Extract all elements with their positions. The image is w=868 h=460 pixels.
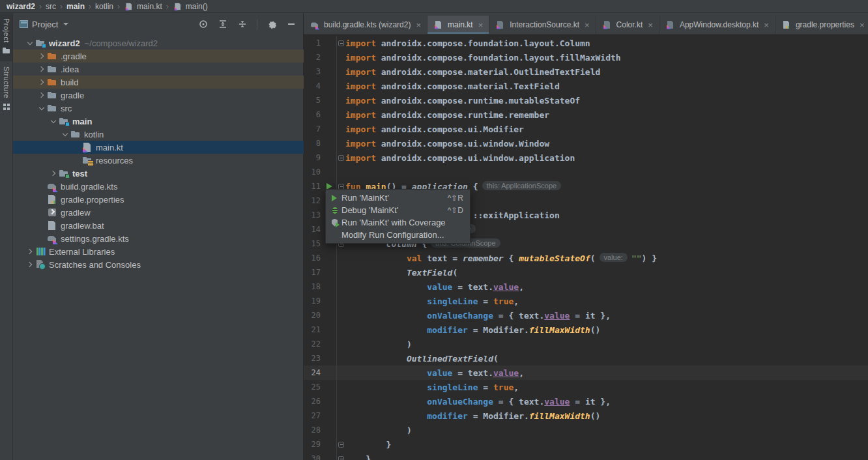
fold-marker-icon[interactable] xyxy=(338,155,344,161)
tree-item-settings-gradle-kts[interactable]: settings.gradle.kts xyxy=(13,232,304,245)
tree-item-main-kt[interactable]: main.kt xyxy=(13,141,304,154)
code-line-25[interactable]: 25 singleLine = true, xyxy=(304,380,868,394)
expand-all-icon[interactable] xyxy=(218,19,228,29)
code-line-23[interactable]: 23 OutlinedTextField( xyxy=(304,351,868,366)
tab-appwindow-desktop-kt[interactable]: AppWindow.desktop.kt× xyxy=(659,16,775,34)
locate-icon[interactable] xyxy=(198,19,209,29)
expander-open-icon[interactable] xyxy=(25,38,35,48)
tree-item-gradle[interactable]: .gradle xyxy=(13,50,304,63)
fold-marker-icon[interactable] xyxy=(338,40,344,46)
fold-marker-icon[interactable] xyxy=(338,442,344,448)
tree-item-build[interactable]: build xyxy=(13,76,304,89)
close-icon[interactable]: × xyxy=(648,20,653,30)
code-line-28[interactable]: 28 ) xyxy=(304,423,868,437)
tree-item-gradlew-bat[interactable]: gradlew.bat xyxy=(13,219,304,232)
tree-item-external-libraries[interactable]: External Libraries xyxy=(13,245,304,258)
expander-closed-icon[interactable] xyxy=(36,77,47,87)
breadcrumb-item-wizard2[interactable]: wizard2 xyxy=(7,2,35,11)
menu-item-modify-run-configuration[interactable]: Modify Run Configuration... xyxy=(326,229,470,241)
close-icon[interactable]: × xyxy=(478,20,484,30)
code-line-21[interactable]: 21 modifier = Modifier.fillMaxWidth() xyxy=(304,323,868,337)
tab-build-gradle-kts-wizard2[interactable]: build.gradle.kts (wizard2)× xyxy=(304,16,427,34)
code-line-9[interactable]: 9import androidx.compose.ui.window.appli… xyxy=(304,151,868,165)
fold-column xyxy=(336,36,345,50)
close-icon[interactable]: × xyxy=(764,20,769,30)
tree-item-gradlew[interactable]: gradlew xyxy=(13,206,304,219)
code-line-18[interactable]: 18 value = text.value, xyxy=(304,280,868,294)
tab-gradle-properties[interactable]: gradle.properties× xyxy=(775,16,868,34)
code-line-2[interactable]: 2import androidx.compose.foundation.layo… xyxy=(304,50,868,65)
expander-closed-icon[interactable] xyxy=(36,51,47,61)
collapse-all-icon[interactable] xyxy=(237,19,248,29)
code-line-24[interactable]: 24 value = text.value, xyxy=(304,366,868,380)
breadcrumb-separator: › xyxy=(39,2,42,11)
breadcrumb-item-src[interactable]: src xyxy=(46,2,56,11)
code-line-20[interactable]: 20 onValueChange = { text.value = it }, xyxy=(304,308,868,323)
code-line-17[interactable]: 17 TextField( xyxy=(304,265,868,280)
code-line-3[interactable]: 3import androidx.compose.material.Outlin… xyxy=(304,65,868,79)
tab-main-kt[interactable]: main.kt× xyxy=(427,16,489,34)
settings-icon[interactable] xyxy=(267,19,277,29)
tree-item-main[interactable]: main xyxy=(13,115,304,128)
code-editor[interactable]: 1import androidx.compose.foundation.layo… xyxy=(304,36,868,460)
tree-item-resources[interactable]: resources xyxy=(13,154,304,167)
code-token: = { text. xyxy=(493,397,544,407)
close-icon[interactable]: × xyxy=(860,20,865,30)
code-line-26[interactable]: 26 onValueChange = { text.value = it }, xyxy=(304,394,868,409)
code-line-5[interactable]: 5import androidx.compose.runtime.mutable… xyxy=(304,93,868,108)
code-line-10[interactable]: 10 xyxy=(304,165,868,179)
tree-item-scratches-and-consoles[interactable]: Scratches and Consoles xyxy=(13,258,304,271)
code-line-29[interactable]: 29 } xyxy=(304,437,868,452)
tree-item-gradle[interactable]: gradle xyxy=(13,89,304,102)
close-icon[interactable]: × xyxy=(585,20,590,30)
tab-color-kt[interactable]: Color.kt× xyxy=(596,16,659,34)
code-line-8[interactable]: 8import androidx.compose.ui.window.Windo… xyxy=(304,136,868,151)
expander-closed-icon[interactable] xyxy=(48,168,59,179)
breadcrumb-item-main[interactable]: main() xyxy=(173,1,208,12)
expander-closed-icon[interactable] xyxy=(25,259,35,270)
gradle-elephant xyxy=(48,236,55,241)
expander-closed-icon[interactable] xyxy=(36,64,47,74)
code-token: = Modifier. xyxy=(468,411,529,421)
code-line-22[interactable]: 22 ) xyxy=(304,337,868,351)
code-text: value = text.value, xyxy=(345,368,524,378)
code-line-30[interactable]: 30 } xyxy=(304,452,868,460)
tree-item-wizard2[interactable]: wizard2~/compose/wizard2 xyxy=(13,36,304,50)
expander-open-icon[interactable] xyxy=(36,103,47,113)
tree-item-idea[interactable]: .idea xyxy=(13,63,304,76)
code-line-4[interactable]: 4import androidx.compose.material.TextFi… xyxy=(304,79,868,93)
tree-item-kotlin[interactable]: kotlin xyxy=(13,128,304,141)
code-line-7[interactable]: 7import androidx.compose.ui.Modifier xyxy=(304,122,868,136)
expander-closed-icon[interactable] xyxy=(25,246,35,257)
code-line-27[interactable]: 27 modifier = Modifier.fillMaxWidth() xyxy=(304,409,868,423)
breadcrumb-item-main[interactable]: main xyxy=(66,2,85,11)
code-line-19[interactable]: 19 singleLine = true, xyxy=(304,294,868,308)
line-number: 27 xyxy=(304,411,322,420)
hide-icon[interactable] xyxy=(286,19,297,29)
close-icon[interactable]: × xyxy=(416,20,421,30)
menu-item-run-mainkt-with-coverage[interactable]: Run 'MainKt' with Coverage xyxy=(326,216,470,229)
tree-item-src[interactable]: src xyxy=(13,102,304,115)
code-line-16[interactable]: 16 val text = remember { mutableStateOf(… xyxy=(304,251,868,265)
expander-slot xyxy=(36,220,47,231)
breadcrumb-item-kotlin[interactable]: kotlin xyxy=(95,2,113,11)
menu-item-run-mainkt[interactable]: Run 'MainKt'^⇧R xyxy=(326,192,470,204)
chevron-down-icon xyxy=(39,104,44,109)
tree-item-build-gradle-kts[interactable]: build.gradle.kts xyxy=(13,180,304,193)
breadcrumb-item-main-kt[interactable]: main.kt xyxy=(124,1,162,12)
line-number: 5 xyxy=(304,96,322,105)
tool-window-button-structure[interactable]: Structure xyxy=(0,61,12,117)
tree-item-test[interactable]: test xyxy=(13,167,304,180)
project-view-selector[interactable]: Project xyxy=(20,20,68,29)
tool-window-button-project[interactable]: Project xyxy=(0,13,12,61)
expander-open-icon[interactable] xyxy=(60,129,70,139)
expander-closed-icon[interactable] xyxy=(36,90,47,100)
code-line-1[interactable]: 1import androidx.compose.foundation.layo… xyxy=(304,36,868,50)
tree-item-gradle-properties[interactable]: gradle.properties xyxy=(13,193,304,206)
code-line-6[interactable]: 6import androidx.compose.runtime.remembe… xyxy=(304,108,868,122)
expander-open-icon[interactable] xyxy=(48,116,59,126)
fold-marker-icon[interactable] xyxy=(338,456,344,460)
line-number: 1 xyxy=(304,38,322,48)
menu-item-debug-mainkt[interactable]: Debug 'MainKt'^⇧D xyxy=(326,204,470,216)
tab-interactionsource-kt[interactable]: InteractionSource.kt× xyxy=(489,16,596,34)
